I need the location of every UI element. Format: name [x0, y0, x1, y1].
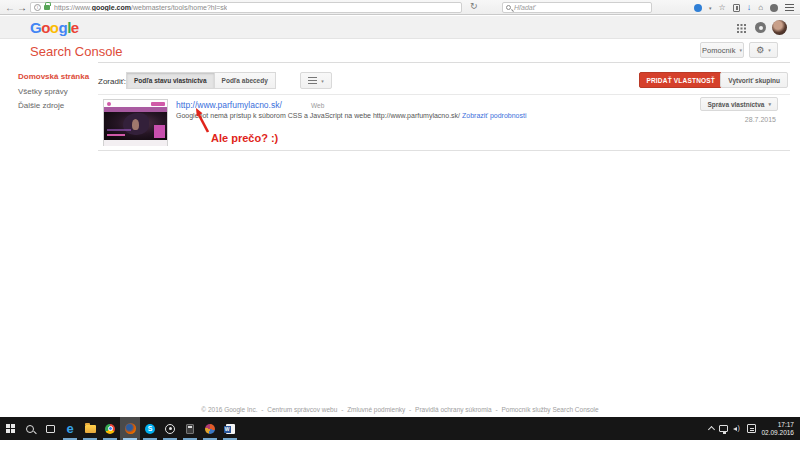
footer-link-terms[interactable]: Zmluvné podmienky	[347, 406, 405, 413]
firefox-icon	[125, 423, 136, 434]
help-button-label: Pomocník	[702, 46, 735, 55]
chevron-down-icon[interactable]: ▾	[709, 5, 712, 11]
google-top-bar: Google	[0, 16, 800, 39]
add-property-button[interactable]: PRIDAŤ VLASTNOSŤ	[639, 72, 722, 88]
browser-search-box[interactable]: Hľadať	[502, 2, 652, 13]
skype-icon: S	[145, 424, 155, 434]
create-group-button[interactable]: Vytvoriť skupinu	[720, 72, 788, 88]
thumb-footer	[104, 140, 167, 146]
notifications-icon[interactable]	[755, 22, 766, 33]
property-message: Googlebot nemá prístup k súborom CSS a J…	[176, 112, 526, 119]
search-placeholder: Hľadať	[514, 4, 535, 11]
windows-icon	[6, 424, 15, 433]
thumb-header	[104, 100, 167, 107]
paint-icon	[205, 424, 215, 434]
sidebar-item-home[interactable]: Domovská stránka	[18, 72, 89, 81]
taskbar-firefox[interactable]	[120, 417, 140, 440]
chevron-down-icon: ▾	[768, 47, 771, 53]
tray-date: 02.09.2016	[761, 429, 794, 437]
product-header: Search Console Pomocník ▾ ⚙ ▾	[0, 40, 800, 62]
sidebar-item-resources[interactable]: Ďalšie zdroje	[18, 101, 64, 110]
annotation-arrow	[192, 107, 214, 135]
search-icon	[26, 425, 34, 433]
start-button[interactable]	[0, 417, 20, 440]
refresh-icon[interactable]: ↻	[470, 1, 478, 11]
taskbar-app-target[interactable]	[160, 417, 180, 440]
network-icon[interactable]	[719, 425, 728, 432]
forward-icon[interactable]: →	[17, 1, 27, 14]
info-icon[interactable]: i	[34, 4, 41, 11]
home-icon[interactable]: ⌂	[758, 0, 763, 15]
lock-icon[interactable]	[44, 5, 50, 10]
settings-button[interactable]: ⚙ ▾	[749, 42, 778, 58]
footer: © 2016 Google Inc. - Centrum správcov we…	[0, 406, 800, 413]
browser-toolbar: ← → i https://www.google.com/webmasters/…	[0, 0, 800, 15]
downloads-icon[interactable]: ↓	[747, 0, 752, 15]
target-icon	[165, 424, 175, 434]
chrome-icon	[105, 424, 115, 434]
property-date: 28.7.2015	[745, 116, 776, 123]
sort-by-alphabet-button[interactable]: Podľa abecedy	[215, 72, 276, 89]
tray-clock[interactable]: 17:17 02.09.2016	[761, 421, 794, 437]
google-logo[interactable]: Google	[30, 19, 79, 36]
gear-icon: ⚙	[756, 45, 764, 55]
taskbar-edge[interactable]: e	[60, 417, 80, 440]
folder-icon	[85, 425, 96, 433]
library-icon[interactable]	[733, 4, 740, 12]
back-icon[interactable]: ←	[5, 1, 15, 14]
url-text: https://www.google.com/webmasters/tools/…	[54, 4, 227, 11]
view-options-button[interactable]: ▾	[300, 72, 332, 89]
avatar[interactable]	[772, 20, 787, 35]
task-view-icon	[46, 425, 55, 433]
taskbar-search-button[interactable]	[20, 417, 40, 440]
keyboard-icon[interactable]	[747, 424, 756, 433]
extension-icon[interactable]	[694, 4, 702, 12]
windows-taskbar: e S	[0, 417, 800, 440]
help-button[interactable]: Pomocník ▾	[700, 42, 744, 58]
site-thumbnail[interactable]	[103, 99, 168, 146]
footer-link-help[interactable]: Pomocník služby Search Console	[501, 406, 598, 413]
volume-icon[interactable]	[733, 425, 742, 433]
system-tray: 17:17 02.09.2016	[709, 417, 800, 440]
taskbar-file-explorer[interactable]	[80, 417, 100, 440]
word-icon	[226, 424, 235, 434]
page-title: Search Console	[30, 44, 123, 59]
search-icon	[506, 5, 511, 10]
tray-time: 17:17	[761, 421, 794, 429]
taskbar-skype[interactable]: S	[140, 417, 160, 440]
thumb-hero-image	[104, 112, 167, 140]
bookmark-star-icon[interactable]: ☆	[718, 0, 725, 15]
content-divider	[98, 62, 790, 63]
manage-property-button[interactable]: Správa vlastníctva ▾	[700, 97, 778, 111]
sort-by-status-button[interactable]: Podľa stavu vlastníctva	[126, 72, 215, 89]
browser-action-icons: ▾ ☆ ↓ ⌂	[694, 0, 794, 15]
address-bar[interactable]: i https://www.google.com/webmasters/tool…	[30, 2, 462, 13]
calculator-icon	[186, 424, 194, 434]
screen: ← → i https://www.google.com/webmasters/…	[0, 0, 800, 450]
property-type-label: Web	[311, 102, 324, 109]
footer-copyright: © 2016 Google Inc.	[201, 406, 257, 413]
footer-link-webmasters[interactable]: Centrum správcov webu	[267, 406, 337, 413]
taskbar-calculator[interactable]	[180, 417, 200, 440]
chevron-down-icon: ▾	[768, 101, 771, 107]
footer-link-privacy[interactable]: Pravidlá ochrany súkromia	[415, 406, 492, 413]
apps-grid-icon[interactable]	[737, 24, 746, 33]
sidebar-item-messages[interactable]: Všetky správy	[18, 87, 68, 96]
taskbar-paint[interactable]	[200, 417, 220, 440]
taskbar-chrome[interactable]	[100, 417, 120, 440]
taskbar-word[interactable]	[220, 417, 240, 440]
chevron-down-icon: ▾	[739, 47, 742, 53]
edge-icon: e	[66, 422, 73, 435]
show-details-link[interactable]: Zobraziť podrobnosti	[462, 112, 527, 119]
tray-chevron-up-icon[interactable]	[708, 426, 715, 433]
sort-toggle-group: Podľa stavu vlastníctva Podľa abecedy	[126, 72, 276, 89]
sort-label: Zoradiť:	[98, 77, 126, 86]
extension-icon-2[interactable]	[770, 4, 778, 12]
annotation-text: Ale prečo? :)	[211, 132, 278, 144]
chevron-down-icon: ▾	[321, 78, 324, 84]
menu-icon[interactable]	[785, 4, 794, 11]
task-view-button[interactable]	[40, 417, 60, 440]
manage-property-label: Správa vlastníctva	[707, 101, 764, 108]
list-view-icon	[308, 77, 317, 84]
